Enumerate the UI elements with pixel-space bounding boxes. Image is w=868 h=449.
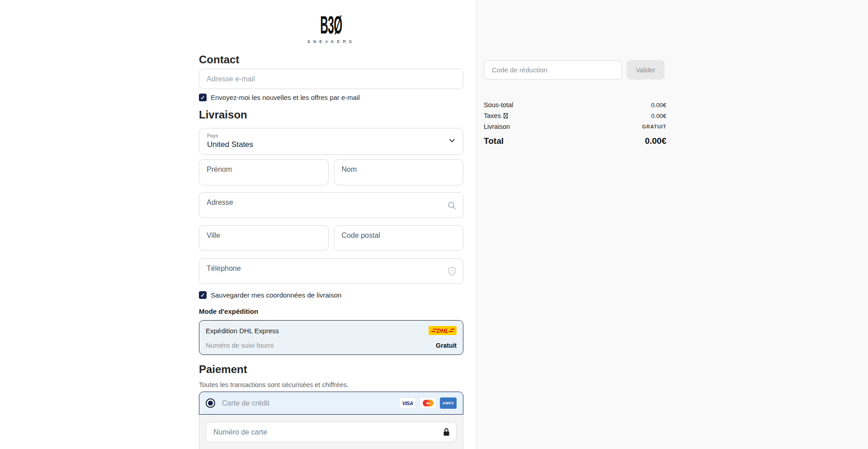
postal-code-cell (334, 225, 464, 251)
discount-code-input[interactable] (484, 60, 622, 80)
card-number-input[interactable] (206, 422, 457, 442)
postal-code-input[interactable] (334, 225, 464, 251)
phone-input[interactable] (199, 258, 463, 284)
logo-wordmark: B3Ø (320, 11, 342, 39)
email-input[interactable] (199, 69, 463, 89)
total-row: Total 0.00€ (484, 134, 666, 148)
shield-question-icon[interactable]: ? (448, 266, 456, 276)
missing-glyph-box (504, 113, 508, 118)
card-brand-badges: VISA AMEX (399, 397, 457, 409)
credit-card-label: Carte de crédit (222, 399, 399, 407)
discount-code-row: Valider (484, 60, 665, 80)
country-select[interactable]: Pays United States (199, 128, 463, 155)
apply-discount-button[interactable]: Valider (627, 60, 665, 80)
order-summary-panel: Valider Sous-total 0.00€ Taxes 0.00€ Liv… (476, 0, 868, 449)
visa-logo: VISA (399, 397, 416, 409)
first-name-input[interactable] (199, 159, 329, 185)
shipping-method-option[interactable]: Expédition DHL Express DHL Numéro de sui… (199, 320, 463, 355)
store-logo[interactable]: B3Ø SNEAKERS (199, 11, 463, 44)
logo-subtext: SNEAKERS (199, 39, 463, 44)
shipping-cost-label: Livraison (484, 123, 510, 130)
country-select-label: Pays (207, 133, 455, 138)
totals-block: Sous-total 0.00€ Taxes 0.00€ Livraison G… (484, 99, 666, 148)
name-fields-row (199, 159, 463, 185)
shipping-method-detail: Numéro de suivi fourni (206, 341, 274, 349)
newsletter-checkbox-row[interactable]: Envoyez-moi les nouvelles et les offres … (199, 94, 360, 101)
chevron-down-icon (448, 137, 456, 146)
taxes-row: Taxes 0.00€ (484, 110, 666, 121)
checkbox-checked-icon[interactable] (199, 94, 207, 101)
first-name-cell (199, 159, 329, 185)
mastercard-logo (420, 397, 436, 409)
save-info-label: Sauvegarder mes coordonnées de livraison (211, 291, 341, 299)
payment-heading: Paiement (199, 363, 247, 376)
address-field (199, 192, 463, 218)
search-icon (447, 201, 456, 210)
payment-subtitle: Toutes les transactions sont sécurisées … (199, 381, 349, 388)
amex-logo: AMEX (440, 397, 457, 409)
phone-field: ? (199, 258, 463, 284)
lock-icon (443, 428, 450, 436)
checkout-form-column: B3Ø SNEAKERS Contact Envoyez-moi les nou… (199, 0, 463, 449)
visa-logo-text: VISA (402, 401, 413, 406)
checkbox-checked-icon[interactable] (199, 291, 207, 299)
save-info-checkbox-row[interactable]: Sauvegarder mes coordonnées de livraison (199, 291, 341, 299)
subtotal-value: 0.00€ (651, 102, 666, 109)
credit-card-form (199, 415, 463, 449)
taxes-label-text: Taxes (484, 112, 501, 119)
taxes-value: 0.00€ (651, 113, 666, 119)
amex-logo-text: AMEX (443, 401, 454, 405)
last-name-input[interactable] (334, 159, 464, 185)
contact-heading: Contact (199, 53, 239, 66)
total-label: Total (484, 136, 504, 146)
city-input[interactable] (199, 225, 329, 251)
last-name-cell (334, 159, 464, 185)
subtotal-row: Sous-total 0.00€ (484, 99, 666, 110)
dhl-logo-text: DHL (436, 327, 449, 334)
shipping-cost-row: Livraison GRATUIT (484, 121, 666, 132)
subtotal-label: Sous-total (484, 101, 513, 109)
city-fields-row (199, 225, 463, 251)
shipping-cost-value: GRATUIT (642, 124, 666, 129)
city-cell (199, 225, 329, 251)
shipping-heading: Livraison (199, 109, 247, 121)
checkout-page: B3Ø SNEAKERS Contact Envoyez-moi les nou… (0, 0, 868, 449)
radio-selected-icon[interactable] (206, 398, 215, 408)
taxes-label: Taxes (484, 112, 508, 119)
total-value: 0.00€ (645, 136, 666, 146)
shipping-method-name: Expédition DHL Express (206, 327, 279, 335)
newsletter-label: Envoyez-moi les nouvelles et les offres … (211, 94, 360, 101)
credit-card-option[interactable]: Carte de crédit VISA AMEX (199, 392, 463, 415)
country-select-value: United States (207, 140, 455, 149)
address-input[interactable] (199, 192, 463, 218)
svg-text:?: ? (451, 268, 453, 273)
dhl-logo: DHL (429, 326, 457, 335)
card-number-field (206, 422, 457, 442)
shipping-method-price: Gratuit (436, 342, 457, 349)
shipping-method-heading: Mode d'expédition (199, 307, 258, 315)
